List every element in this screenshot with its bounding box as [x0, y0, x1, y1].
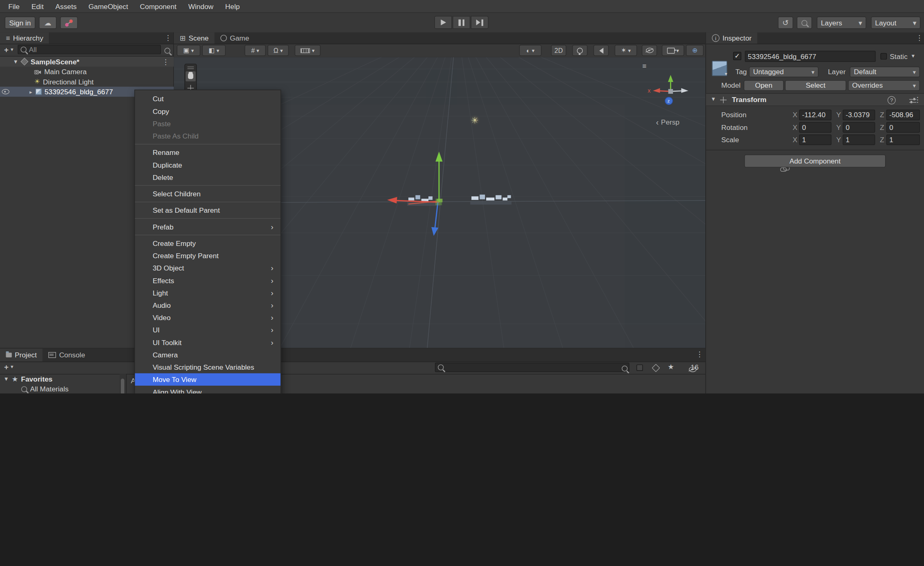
static-checkbox[interactable] — [881, 53, 887, 59]
saved-search-icon[interactable] — [622, 366, 627, 371]
tab-project[interactable]: Project — [0, 348, 43, 361]
panel-menu-icon[interactable]: ⋮ — [164, 34, 171, 42]
tab-inspector[interactable]: ?i Inspector — [706, 32, 758, 43]
undo-history-button[interactable]: ↺ — [778, 16, 793, 29]
menu-item-rename[interactable]: Rename — [135, 146, 280, 159]
model-overrides-dropdown[interactable]: Overrides ▾ — [848, 80, 920, 91]
menu-item-prefab[interactable]: Prefab› — [135, 220, 280, 233]
pause-button[interactable] — [453, 16, 470, 29]
position-z-field[interactable]: -508.96 — [886, 110, 920, 120]
hierarchy-search-input[interactable]: All — [18, 45, 161, 54]
tab-game[interactable]: Game — [215, 32, 255, 43]
scene-options-icon[interactable]: ⋮ — [162, 58, 169, 66]
position-y-field[interactable]: -3.0379 — [842, 110, 875, 120]
link-scale-icon[interactable] — [780, 168, 787, 172]
panel-menu-icon[interactable]: ⋮ — [916, 34, 923, 42]
lighting-toggle[interactable] — [572, 45, 587, 56]
menu-item-align-with-view[interactable]: Align With View — [135, 386, 280, 393]
grid-snap-size-dropdown[interactable]: ▾ — [294, 45, 320, 56]
component-menu-icon[interactable]: ⋮ — [914, 95, 921, 104]
scale-x-field[interactable]: 1 — [799, 134, 831, 145]
hierarchy-item-scene[interactable]: ▼ SampleScene* ⋮ — [0, 57, 174, 66]
model-open-button[interactable]: Open — [744, 80, 784, 91]
menu-item-select-children[interactable]: Select Children — [135, 188, 280, 200]
menu-item-ui-toolkit[interactable]: UI Toolkit› — [135, 336, 280, 348]
tool-settings-dropdown[interactable]: ▣ ▾ — [177, 45, 201, 56]
hand-tool-button[interactable] — [186, 71, 195, 81]
add-component-button[interactable]: Add Component — [744, 155, 886, 168]
menu-item-delete[interactable]: Delete — [135, 171, 280, 183]
menu-item-video[interactable]: Video› — [135, 311, 280, 324]
global-search-button[interactable] — [797, 16, 812, 29]
menu-help[interactable]: Help — [219, 1, 245, 11]
project-search-input[interactable] — [435, 363, 630, 372]
favorites-row[interactable]: ▼ ★ Favorites — [0, 374, 126, 384]
overlay-menu-icon[interactable]: ≡ — [642, 62, 646, 70]
grid-visibility-dropdown[interactable]: # ▾ — [245, 45, 266, 56]
scrollbar-thumb[interactable] — [121, 379, 125, 393]
menu-item-duplicate[interactable]: Duplicate — [135, 159, 280, 171]
version-control-button[interactable] — [60, 16, 78, 29]
scale-y-field[interactable]: 1 — [842, 134, 875, 145]
transform-component-header[interactable]: ▼ Transform ? ⋮ — [706, 93, 924, 106]
rotation-y-field[interactable]: 0 — [842, 122, 875, 133]
step-button[interactable] — [471, 16, 489, 29]
menu-window[interactable]: Window — [182, 1, 219, 11]
menu-item-set-default-parent[interactable]: Set as Default Parent — [135, 204, 280, 216]
snap-dropdown[interactable]: Ω ▾ — [267, 45, 289, 56]
foldout-open-icon[interactable]: ▼ — [711, 96, 716, 102]
2d-toggle[interactable]: 2D — [551, 45, 566, 56]
menu-edit[interactable]: Edit — [25, 1, 50, 11]
menu-component[interactable]: Component — [134, 1, 182, 11]
pivot-dropdown[interactable]: ◧ ▾ — [202, 45, 226, 56]
layer-dropdown[interactable]: Default ▾ — [850, 67, 920, 77]
menu-gameobject[interactable]: GameObject — [82, 1, 134, 11]
position-x-field[interactable]: -112.40 — [799, 110, 831, 120]
active-checkbox[interactable]: ✓ — [733, 52, 741, 60]
layers-dropdown[interactable]: Layers ▾ — [817, 16, 866, 29]
menu-item-effects[interactable]: Effects› — [135, 274, 280, 286]
menu-item-audio[interactable]: Audio› — [135, 299, 280, 311]
tab-console[interactable]: Console — [43, 348, 91, 361]
menu-assets[interactable]: Assets — [50, 1, 83, 11]
rotation-x-field[interactable]: 0 — [799, 122, 831, 133]
tab-scene[interactable]: ⊞ Scene — [174, 32, 214, 43]
rotation-z-field[interactable]: 0 — [886, 122, 920, 133]
favorite-all-materials[interactable]: All Materials — [0, 384, 126, 393]
shading-mode-dropdown[interactable]: ◐ ▾ — [519, 45, 542, 56]
gameobject-name-field[interactable]: 53392546_bldg_6677 — [745, 51, 876, 62]
hierarchy-item-main-camera[interactable]: Main Camera — [0, 67, 174, 77]
foldout-open-icon[interactable]: ▼ — [4, 376, 9, 382]
scale-z-field[interactable]: 1 — [886, 134, 920, 145]
camera-settings-dropdown[interactable]: ▾ — [662, 45, 684, 56]
foldout-closed-icon[interactable]: ▸ — [29, 89, 32, 95]
menu-item-visual-scripting-scene-variables[interactable]: Visual Scripting Scene Variables — [135, 361, 280, 373]
tree-scrollbar[interactable] — [120, 374, 126, 393]
layout-dropdown[interactable]: Layout ▾ — [871, 16, 921, 29]
favorite-search-icon[interactable]: ★ — [668, 363, 674, 371]
menu-item-light[interactable]: Light› — [135, 286, 280, 299]
hidden-objects-toggle[interactable] — [642, 45, 657, 56]
search-by-type-icon[interactable] — [636, 364, 643, 371]
menu-item-3d-object[interactable]: 3D Object› — [135, 262, 280, 274]
gameobject-icon[interactable]: ▾ — [712, 61, 727, 76]
static-dropdown-icon[interactable]: ▾ — [912, 52, 915, 59]
tab-hierarchy[interactable]: ≡ Hierarchy — [0, 32, 49, 43]
menu-item-cut[interactable]: Cut — [135, 93, 280, 105]
scene-visibility-eye-icon[interactable] — [2, 89, 9, 94]
menu-item-ui[interactable]: UI› — [135, 324, 280, 336]
search-by-label-icon[interactable] — [652, 364, 660, 372]
menu-item-copy[interactable]: Copy — [135, 105, 280, 117]
model-select-button[interactable]: Select — [785, 80, 846, 91]
menu-item-camera[interactable]: Camera — [135, 348, 280, 361]
sign-in-button[interactable]: Sign in — [5, 16, 36, 29]
search-window-icon[interactable] — [164, 48, 170, 54]
play-button[interactable] — [434, 16, 452, 29]
menu-item-create-empty[interactable]: Create Empty — [135, 237, 280, 249]
foldout-open-icon[interactable]: ▼ — [13, 59, 18, 64]
create-asset-button[interactable]: + — [4, 363, 9, 372]
hierarchy-item-directional-light[interactable]: ☀ Directional Light — [0, 77, 174, 86]
audio-toggle[interactable] — [593, 45, 609, 56]
perspective-indicator[interactable]: ‹ Persp — [656, 117, 679, 127]
menu-item-create-empty-parent[interactable]: Create Empty Parent — [135, 250, 280, 262]
